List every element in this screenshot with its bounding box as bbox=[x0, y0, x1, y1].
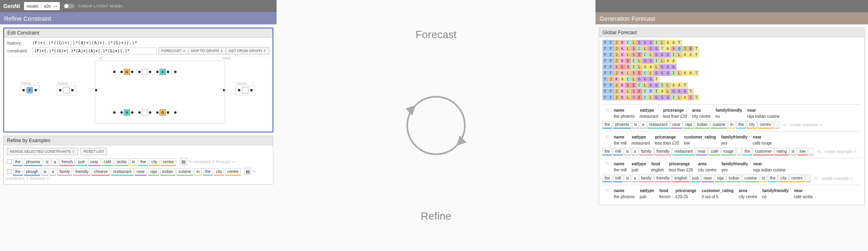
letter-row[interactable]: FJKACLGGGT bbox=[602, 76, 861, 82]
token[interactable]: phoenix bbox=[613, 121, 631, 129]
token[interactable]: restaurant bbox=[672, 148, 695, 156]
token[interactable]: in bbox=[194, 168, 202, 176]
letter-row[interactable]: FFJKLSCLGGTASQJBT bbox=[602, 46, 861, 52]
token[interactable]: in bbox=[130, 158, 137, 166]
token[interactable]: indian bbox=[695, 121, 710, 129]
token[interactable]: raja bbox=[683, 121, 694, 129]
graph-icon-button[interactable]: ▤ bbox=[180, 158, 187, 165]
token[interactable]: near bbox=[135, 168, 147, 176]
recycle-icon[interactable]: ⟲ bbox=[605, 134, 609, 140]
token[interactable]: café bbox=[102, 158, 113, 166]
token[interactable]: chinese bbox=[92, 168, 109, 176]
recycle-icon[interactable]: ⟲ bbox=[783, 122, 787, 128]
token[interactable]: near bbox=[696, 148, 708, 156]
token[interactable]: is bbox=[41, 168, 48, 176]
model-value[interactable]: e2e ▲▼ bbox=[41, 4, 60, 9]
repeat-box-empty-1[interactable]: repeat * bbox=[56, 85, 76, 95]
token[interactable]: low bbox=[798, 148, 808, 156]
reset-list-button[interactable]: RESET LIST bbox=[81, 148, 107, 155]
token[interactable]: the bbox=[602, 148, 612, 156]
token[interactable]: . bbox=[809, 148, 814, 156]
token[interactable]: the bbox=[602, 121, 612, 129]
constraint-link[interactable]: constraint ⇧ bbox=[7, 176, 29, 181]
forecast-button[interactable]: FORECAST ⇨ bbox=[159, 47, 189, 54]
token[interactable]: family bbox=[57, 168, 72, 176]
token[interactable]: the bbox=[602, 175, 612, 182]
example-checkbox[interactable] bbox=[7, 159, 12, 164]
recycle-icon[interactable]: ⟲ bbox=[814, 176, 818, 182]
token[interactable]: a bbox=[632, 175, 638, 182]
token[interactable]: centre bbox=[225, 168, 241, 176]
token[interactable]: pub bbox=[690, 175, 701, 182]
letter-row[interactable]: FFJKLSECLGGGILAAT bbox=[602, 70, 861, 76]
token[interactable]: friendly bbox=[73, 168, 90, 176]
create-example-link[interactable]: create example ⇨ bbox=[790, 123, 822, 127]
token[interactable]: is bbox=[624, 148, 631, 156]
token[interactable]: mill bbox=[613, 148, 623, 156]
constraint-graph[interactable]: or none repeat * F repeat * G bbox=[7, 56, 269, 129]
node-empty[interactable] bbox=[63, 87, 70, 93]
forecast-link[interactable]: forecast ⇨ bbox=[216, 160, 235, 164]
letter-row[interactable]: FFJKLSECRIALGGGT bbox=[602, 89, 861, 94]
token[interactable]: is bbox=[624, 175, 631, 182]
token[interactable]: city bbox=[779, 175, 789, 182]
token[interactable]: city bbox=[149, 158, 159, 166]
token[interactable]: centre bbox=[161, 158, 176, 166]
token[interactable]: family bbox=[639, 148, 654, 156]
letter-row[interactable]: FFJKLSECLGGGILAST bbox=[602, 95, 861, 100]
latent-toggle[interactable] bbox=[64, 4, 74, 9]
token[interactable]: sicilia bbox=[115, 158, 129, 166]
token[interactable]: mill bbox=[613, 175, 623, 182]
constraint-link[interactable]: constraint ⇧ bbox=[193, 160, 215, 164]
letter-row[interactable]: FFJKCLGGGILAAT bbox=[602, 40, 861, 45]
token[interactable]: the bbox=[13, 158, 23, 166]
recycle-icon[interactable]: ⟲ bbox=[605, 188, 609, 193]
recycle-icon[interactable]: ⟲ bbox=[605, 161, 609, 167]
example-checkbox[interactable] bbox=[7, 169, 12, 174]
token[interactable]: indian bbox=[726, 175, 742, 182]
token[interactable]: centre bbox=[789, 175, 805, 182]
token[interactable]: cuisine bbox=[742, 175, 759, 182]
token[interactable]: friendly bbox=[654, 175, 672, 182]
token[interactable]: a bbox=[52, 158, 58, 166]
token[interactable]: centre bbox=[758, 121, 773, 129]
token[interactable]: customer bbox=[753, 148, 774, 156]
token[interactable]: the bbox=[768, 175, 778, 182]
get-from-graph-button[interactable]: GET FROM GRAPH ⇧ bbox=[226, 47, 269, 54]
token[interactable]: . bbox=[737, 148, 742, 156]
token[interactable]: french bbox=[59, 158, 75, 166]
repeat-box-empty-2[interactable]: repeat * bbox=[235, 85, 255, 95]
token[interactable]: cuisine bbox=[711, 121, 727, 129]
letter-row[interactable]: FFSESILAALGGG bbox=[602, 64, 861, 70]
forecast-link[interactable]: forecast ⇨ bbox=[30, 176, 49, 181]
token[interactable]: plough bbox=[24, 168, 40, 176]
token[interactable]: pub bbox=[76, 158, 87, 166]
token[interactable]: the bbox=[736, 121, 746, 129]
token[interactable]: a bbox=[632, 148, 638, 156]
token[interactable]: city bbox=[747, 121, 757, 129]
token[interactable]: in bbox=[728, 121, 735, 129]
create-example-link[interactable]: create example ⇨ bbox=[824, 149, 856, 154]
token[interactable]: raja bbox=[148, 168, 159, 176]
token[interactable]: a bbox=[50, 168, 56, 176]
node-empty[interactable] bbox=[242, 87, 249, 93]
create-example-link[interactable]: create example ⇨ bbox=[821, 176, 853, 181]
token[interactable]: phoenix bbox=[24, 158, 42, 166]
model-selector[interactable]: model: e2e ▲▼ bbox=[24, 2, 60, 10]
token[interactable]: the bbox=[13, 168, 23, 176]
merge-constraints-button[interactable]: MERGE SELECTED CONSTRAINTS ⇧ bbox=[7, 148, 78, 155]
token[interactable]: cuisine bbox=[177, 168, 193, 176]
token[interactable]: . bbox=[774, 121, 779, 129]
recycle-icon[interactable]: ⟲ bbox=[817, 149, 821, 155]
token[interactable]: the bbox=[203, 168, 213, 176]
constraint-input[interactable] bbox=[32, 48, 157, 54]
token[interactable]: friendly bbox=[654, 148, 672, 156]
token[interactable]: . bbox=[806, 175, 811, 182]
letter-row[interactable]: FFJKEECLGGILAAT bbox=[602, 82, 861, 88]
token[interactable]: café bbox=[709, 148, 720, 156]
token[interactable]: raja bbox=[715, 175, 726, 182]
token[interactable]: near bbox=[702, 175, 714, 182]
token[interactable]: rouge bbox=[721, 148, 736, 156]
graph-icon-button[interactable]: ▤ bbox=[244, 168, 251, 175]
token[interactable]: indian bbox=[160, 168, 175, 176]
